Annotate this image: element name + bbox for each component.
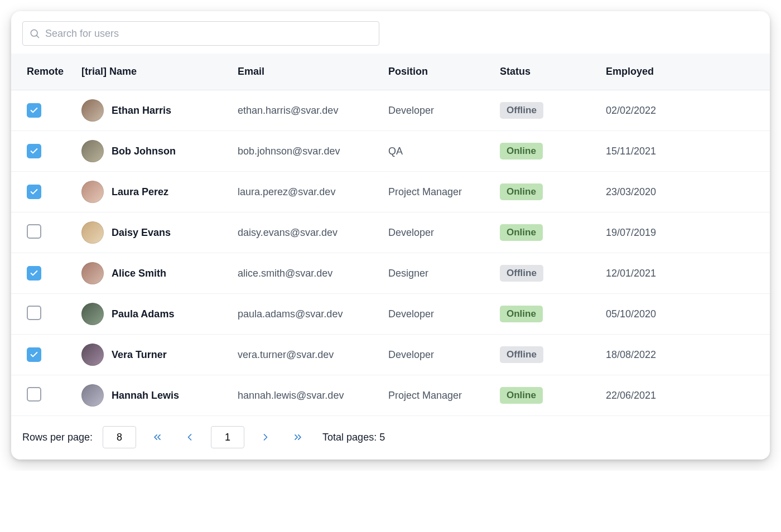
column-header-position[interactable]: Position bbox=[379, 54, 491, 90]
user-position: Project Manager bbox=[379, 375, 491, 416]
avatar bbox=[81, 303, 104, 325]
user-email: daisy.evans@svar.dev bbox=[229, 212, 379, 253]
user-name: Alice Smith bbox=[112, 268, 166, 279]
remote-checkbox[interactable] bbox=[27, 306, 41, 320]
user-employed: 02/02/2022 bbox=[597, 90, 770, 131]
table-row[interactable]: Paula Adamspaula.adams@svar.devDeveloper… bbox=[11, 294, 770, 335]
user-employed: 23/03/2020 bbox=[597, 172, 770, 212]
table-row[interactable]: Vera Turnervera.turner@svar.devDeveloper… bbox=[11, 335, 770, 375]
user-position: Developer bbox=[379, 212, 491, 253]
table-row[interactable]: Bob Johnsonbob.johnson@svar.devQAOnline1… bbox=[11, 131, 770, 172]
user-name: Laura Perez bbox=[112, 186, 168, 198]
rows-per-page-input[interactable] bbox=[103, 426, 136, 448]
remote-checkbox[interactable] bbox=[27, 266, 41, 280]
users-table: Remote [trial] Name Email Position Statu… bbox=[11, 54, 770, 416]
search-input[interactable] bbox=[22, 21, 379, 46]
next-page-button[interactable] bbox=[257, 428, 274, 446]
total-pages-label: Total pages: 5 bbox=[322, 432, 385, 443]
user-employed: 15/11/2021 bbox=[597, 131, 770, 172]
table-header-row: Remote [trial] Name Email Position Statu… bbox=[11, 54, 770, 90]
table-row[interactable]: Hannah Lewishannah.lewis@svar.devProject… bbox=[11, 375, 770, 416]
user-position: Developer bbox=[379, 90, 491, 131]
user-email: bob.johnson@svar.dev bbox=[229, 131, 379, 172]
column-header-remote[interactable]: Remote bbox=[11, 54, 73, 90]
user-name: Ethan Harris bbox=[112, 105, 171, 117]
status-badge: Offline bbox=[500, 102, 543, 119]
column-header-status[interactable]: Status bbox=[491, 54, 597, 90]
avatar bbox=[81, 181, 104, 203]
users-panel: Remote [trial] Name Email Position Statu… bbox=[11, 11, 770, 460]
table-row[interactable]: Laura Perezlaura.perez@svar.devProject M… bbox=[11, 172, 770, 212]
column-header-name[interactable]: [trial] Name bbox=[73, 54, 229, 90]
user-position: QA bbox=[379, 131, 491, 172]
search-icon bbox=[29, 28, 40, 39]
last-page-button[interactable] bbox=[289, 428, 307, 446]
user-employed: 22/06/2021 bbox=[597, 375, 770, 416]
remote-checkbox[interactable] bbox=[27, 224, 41, 239]
status-badge: Offline bbox=[500, 265, 543, 282]
svg-line-1 bbox=[37, 36, 39, 38]
avatar bbox=[81, 384, 104, 407]
user-email: hannah.lewis@svar.dev bbox=[229, 375, 379, 416]
status-badge: Online bbox=[500, 183, 543, 200]
user-name: Paula Adams bbox=[112, 308, 174, 320]
user-employed: 18/08/2022 bbox=[597, 335, 770, 375]
user-employed: 05/10/2020 bbox=[597, 294, 770, 335]
remote-checkbox[interactable] bbox=[27, 347, 41, 362]
status-badge: Online bbox=[500, 387, 543, 404]
user-email: paula.adams@svar.dev bbox=[229, 294, 379, 335]
avatar bbox=[81, 221, 104, 244]
rows-per-page-label: Rows per page: bbox=[22, 432, 93, 443]
user-email: alice.smith@svar.dev bbox=[229, 253, 379, 294]
user-name: Daisy Evans bbox=[112, 227, 171, 239]
table-row[interactable]: Alice Smithalice.smith@svar.devDesignerO… bbox=[11, 253, 770, 294]
user-email: vera.turner@svar.dev bbox=[229, 335, 379, 375]
remote-checkbox[interactable] bbox=[27, 144, 41, 158]
user-employed: 19/07/2019 bbox=[597, 212, 770, 253]
current-page-input[interactable] bbox=[211, 426, 244, 448]
user-name: Bob Johnson bbox=[112, 146, 176, 157]
status-badge: Offline bbox=[500, 346, 543, 363]
user-position: Designer bbox=[379, 253, 491, 294]
user-email: laura.perez@svar.dev bbox=[229, 172, 379, 212]
user-position: Developer bbox=[379, 335, 491, 375]
user-position: Project Manager bbox=[379, 172, 491, 212]
table-row[interactable]: Ethan Harrisethan.harris@svar.devDevelop… bbox=[11, 90, 770, 131]
user-employed: 12/01/2021 bbox=[597, 253, 770, 294]
avatar bbox=[81, 344, 104, 366]
svg-point-0 bbox=[31, 30, 37, 36]
first-page-button[interactable] bbox=[148, 428, 166, 446]
remote-checkbox[interactable] bbox=[27, 185, 41, 199]
remote-checkbox[interactable] bbox=[27, 387, 41, 402]
status-badge: Online bbox=[500, 143, 543, 159]
pager: Rows per page: Total pages: 5 bbox=[11, 416, 770, 456]
avatar bbox=[81, 262, 104, 284]
status-badge: Online bbox=[500, 306, 543, 322]
remote-checkbox[interactable] bbox=[27, 103, 41, 118]
user-name: Hannah Lewis bbox=[112, 390, 179, 402]
user-position: Developer bbox=[379, 294, 491, 335]
column-header-employed[interactable]: Employed bbox=[597, 54, 770, 90]
status-badge: Online bbox=[500, 224, 543, 241]
avatar bbox=[81, 99, 104, 122]
column-header-email[interactable]: Email bbox=[229, 54, 379, 90]
search-bar bbox=[11, 11, 770, 54]
prev-page-button[interactable] bbox=[181, 428, 199, 446]
table-row[interactable]: Daisy Evansdaisy.evans@svar.devDeveloper… bbox=[11, 212, 770, 253]
avatar bbox=[81, 140, 104, 162]
user-email: ethan.harris@svar.dev bbox=[229, 90, 379, 131]
user-name: Vera Turner bbox=[112, 349, 167, 361]
